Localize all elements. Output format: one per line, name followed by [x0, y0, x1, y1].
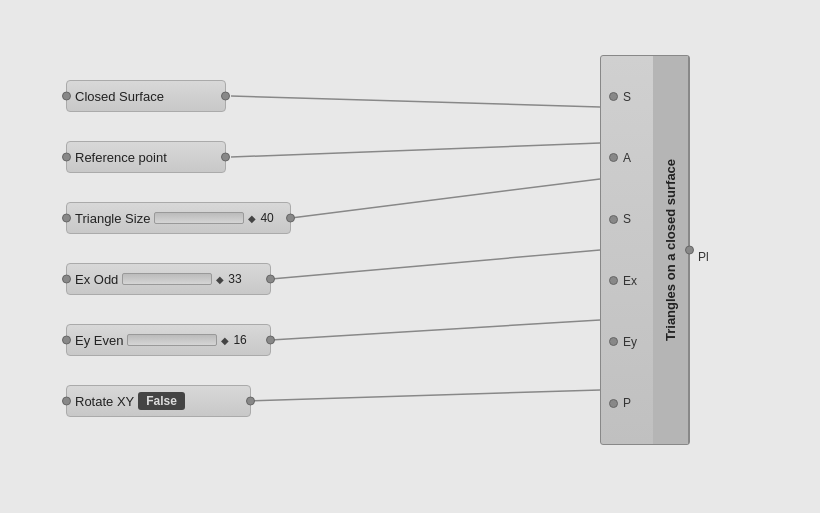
triangle-size-diamond-icon: ◆	[248, 213, 256, 224]
triangle-size-input-dot	[62, 214, 71, 223]
ey-even-output-dot	[266, 336, 275, 345]
ey-even-input-dot	[62, 336, 71, 345]
svg-line-5	[246, 390, 600, 401]
ex-odd-input-dot	[62, 275, 71, 284]
closed-surface-node[interactable]: Closed Surface	[66, 80, 226, 112]
port-a-row: A	[601, 140, 653, 176]
right-panel: S A S Ex Ey P Tr	[600, 55, 690, 445]
port-s2-row: S	[601, 201, 653, 237]
port-s1-dot[interactable]	[609, 92, 618, 101]
reference-point-label: Reference point	[75, 150, 167, 165]
port-a-dot[interactable]	[609, 153, 618, 162]
ey-even-diamond-icon: ◆	[221, 335, 229, 346]
ey-even-slider-area[interactable]: ◆ 16	[127, 333, 255, 347]
port-ex-row: Ex	[601, 263, 653, 299]
port-ex-label: Ex	[623, 274, 647, 288]
port-ey-dot[interactable]	[609, 337, 618, 346]
svg-line-3	[271, 250, 600, 279]
closed-surface-output-dot	[221, 92, 230, 101]
port-p-row: P	[601, 385, 653, 421]
triangle-size-slider-track[interactable]	[154, 212, 244, 224]
ex-odd-slider-area[interactable]: ◆ 33	[122, 272, 250, 286]
reference-point-node[interactable]: Reference point	[66, 141, 226, 173]
ey-even-slider-track[interactable]	[127, 334, 217, 346]
port-s1-label: S	[623, 90, 647, 104]
ex-odd-node[interactable]: Ex Odd ◆ 33	[66, 263, 271, 295]
right-panel-ports: S A S Ex Ey P	[601, 56, 653, 444]
closed-surface-input-dot	[62, 92, 71, 101]
ex-odd-output-dot	[266, 275, 275, 284]
triangle-size-output-dot	[286, 214, 295, 223]
port-ey-label: Ey	[623, 335, 647, 349]
triangle-size-label: Triangle Size	[75, 211, 150, 226]
closed-surface-label: Closed Surface	[75, 89, 164, 104]
connector-lines	[0, 0, 820, 513]
canvas: Closed Surface Reference point Triangle …	[0, 0, 820, 513]
rotate-xy-bool-value[interactable]: False	[138, 392, 185, 410]
port-ey-row: Ey	[601, 324, 653, 360]
port-s2-label: S	[623, 212, 647, 226]
triangle-size-slider-area[interactable]: ◆ 40	[154, 211, 282, 225]
reference-point-input-dot	[62, 153, 71, 162]
ey-even-node[interactable]: Ey Even ◆ 16	[66, 324, 271, 356]
right-panel-output-label: Pl	[698, 250, 709, 264]
right-panel-output-dot[interactable]	[685, 246, 694, 255]
ex-odd-slider-track[interactable]	[122, 273, 212, 285]
port-a-label: A	[623, 151, 647, 165]
reference-point-output-dot	[221, 153, 230, 162]
right-panel-title: Triangles on a closed surface	[653, 56, 689, 444]
ex-odd-label: Ex Odd	[75, 272, 118, 287]
svg-line-1	[231, 143, 600, 157]
rotate-xy-node[interactable]: Rotate XY False	[66, 385, 251, 417]
svg-line-4	[271, 320, 600, 340]
port-s1-row: S	[601, 79, 653, 115]
port-ex-dot[interactable]	[609, 276, 618, 285]
port-s2-dot[interactable]	[609, 215, 618, 224]
rotate-xy-input-dot	[62, 397, 71, 406]
ex-odd-value: 33	[228, 272, 250, 286]
port-p-label: P	[623, 396, 647, 410]
svg-line-0	[231, 96, 600, 107]
ey-even-value: 16	[233, 333, 255, 347]
triangle-size-value: 40	[260, 211, 282, 225]
triangle-size-node[interactable]: Triangle Size ◆ 40	[66, 202, 291, 234]
svg-line-2	[291, 179, 600, 218]
rotate-xy-label: Rotate XY	[75, 394, 134, 409]
rotate-xy-output-dot	[246, 397, 255, 406]
port-p-dot[interactable]	[609, 399, 618, 408]
ey-even-label: Ey Even	[75, 333, 123, 348]
ex-odd-diamond-icon: ◆	[216, 274, 224, 285]
